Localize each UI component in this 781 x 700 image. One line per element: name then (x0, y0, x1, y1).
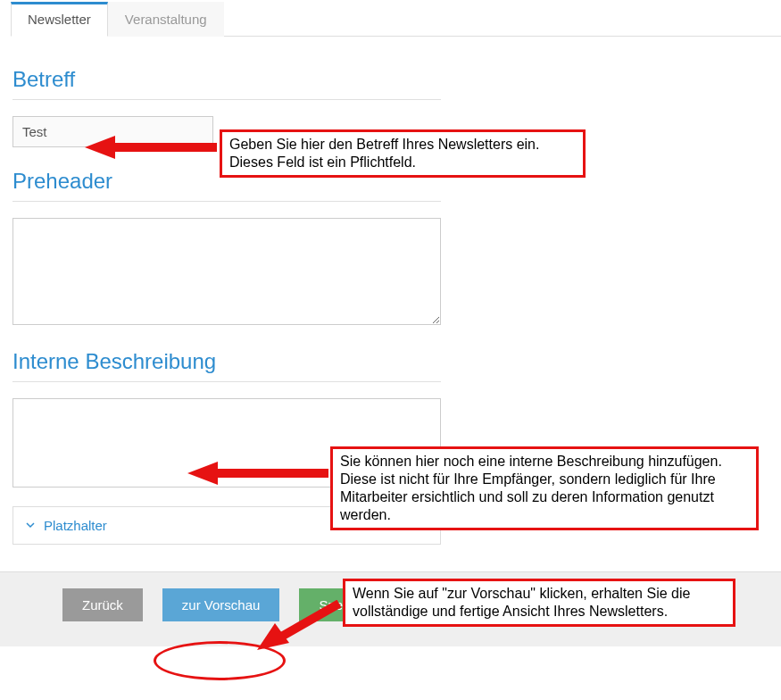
preview-button[interactable]: zur Vorschau (162, 588, 280, 621)
section-title-preheader: Preheader (12, 169, 441, 202)
tab-newsletter[interactable]: Newsletter (11, 2, 108, 37)
annotation-circle (154, 641, 286, 680)
footer-bar: Zurück zur Vorschau Speichern (0, 571, 781, 646)
tab-event[interactable]: Veranstaltung (108, 2, 224, 37)
accordion-label: Platzhalter (44, 518, 107, 533)
subject-input[interactable] (12, 116, 213, 147)
form-area: Betreff Preheader Interne Beschreibung P… (0, 37, 464, 554)
description-textarea[interactable] (12, 398, 441, 488)
chevron-down-icon (26, 520, 35, 532)
save-button[interactable]: Speichern (299, 588, 399, 621)
tab-bar: Newsletter Veranstaltung (11, 0, 781, 37)
placeholder-accordion[interactable]: Platzhalter (12, 506, 441, 545)
back-button[interactable]: Zurück (62, 588, 143, 621)
section-title-subject: Betreff (12, 67, 441, 100)
section-title-description: Interne Beschreibung (12, 349, 441, 382)
preheader-textarea[interactable] (12, 218, 441, 325)
